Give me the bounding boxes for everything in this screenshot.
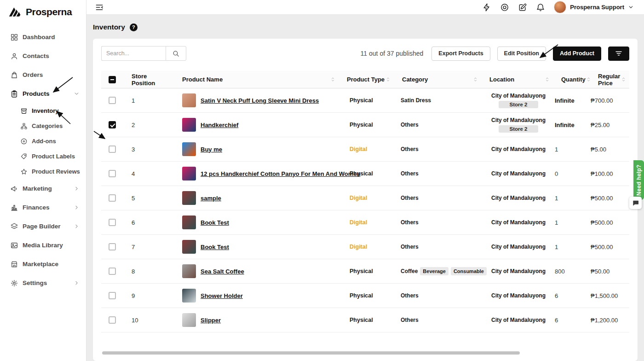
row-location: City of Mandaluyong <box>491 219 546 226</box>
edit-position-button[interactable]: Edit Position <box>497 47 546 61</box>
row-product-type: Digital <box>339 219 394 226</box>
page-head: Inventory ? <box>93 15 638 39</box>
sidebar-item-finances[interactable]: Finances <box>0 198 86 217</box>
sidebar-item-marketing[interactable]: Marketing <box>0 179 86 198</box>
product-thumbnail <box>182 289 196 303</box>
row-checkbox[interactable] <box>109 170 116 177</box>
filter-button[interactable] <box>608 47 629 61</box>
flash-icon[interactable] <box>482 3 491 12</box>
product-name-link[interactable]: Book Test <box>201 244 229 250</box>
horizontal-scrollbar[interactable] <box>102 351 520 355</box>
row-store-position: 1 <box>123 97 174 104</box>
settings-icon <box>10 279 18 287</box>
sidebar-item-marketplace[interactable]: Marketplace <box>0 255 86 274</box>
category-value: Beverage <box>420 267 448 275</box>
product-name-link[interactable]: Shower Holder <box>201 292 243 299</box>
need-help-tab[interactable]: Need help? <box>633 160 644 200</box>
sidebar-item-label: Product Labels <box>32 153 80 160</box>
row-price: ₱100.00 <box>590 170 629 177</box>
product-name-link[interactable]: Buy me <box>201 146 222 153</box>
user-menu[interactable]: Prosperna Support <box>554 1 634 13</box>
sort-icon[interactable] <box>621 76 627 82</box>
product-name-link[interactable]: 12 pcs Handkerchief Cotton Panyo For Men… <box>201 170 360 177</box>
row-checkbox[interactable] <box>109 292 116 299</box>
category-value: Others <box>401 122 419 128</box>
sidebar-item-dashboard[interactable]: Dashboard <box>0 28 86 47</box>
row-quantity: Infinite <box>553 122 590 128</box>
sidebar-item-product-reviews[interactable]: Product Reviews <box>0 164 86 179</box>
chat-widget-button[interactable] <box>629 197 642 209</box>
sidebar: Prosperna DashboardContactsOrdersProduct… <box>0 0 86 361</box>
row-location: City of Mandaluyong <box>491 117 546 123</box>
sidebar-item-products[interactable]: Products <box>0 84 86 103</box>
pagebuilder-icon <box>10 222 18 231</box>
row-checkbox[interactable] <box>109 97 116 104</box>
row-category: Others <box>394 219 481 226</box>
sidebar-item-settings[interactable]: Settings <box>0 274 86 292</box>
row-price: ₱700.00 <box>590 97 629 104</box>
export-products-button[interactable]: Export Products <box>431 47 490 61</box>
bell-icon[interactable] <box>536 3 545 12</box>
product-name-link[interactable]: sample <box>201 195 221 202</box>
product-name-link[interactable]: Sea Salt Coffee <box>201 268 244 275</box>
row-store-position: 3 <box>123 146 174 153</box>
sidebar-item-label: Media Library <box>23 242 80 249</box>
sort-icon[interactable] <box>472 76 478 82</box>
sidebar-item-label: Inventory <box>32 107 80 114</box>
row-checkbox[interactable] <box>109 316 116 324</box>
row-price: ₱5.00 <box>590 146 629 153</box>
product-name-link[interactable]: Handkerchief <box>201 122 238 128</box>
category-value: Others <box>401 170 419 177</box>
brand-logo[interactable]: Prosperna <box>0 0 86 22</box>
table-row: 3 Buy me Digital Others City of Mandaluy… <box>101 137 629 162</box>
category-value: Others <box>401 219 419 226</box>
column-header-label: Store Position <box>132 73 171 87</box>
sort-icon[interactable] <box>330 76 336 82</box>
row-product-type: Digital <box>339 195 394 201</box>
sidebar-item-label: Marketing <box>23 185 69 192</box>
sort-icon[interactable] <box>544 76 550 82</box>
target-icon[interactable] <box>500 3 509 12</box>
sidebar-collapse-icon[interactable] <box>95 3 104 12</box>
help-icon[interactable]: ? <box>130 23 138 31</box>
sidebar-item-inventory[interactable]: Inventory <box>0 103 86 118</box>
sidebar-item-product-labels[interactable]: Product Labels <box>0 149 86 164</box>
select-all-checkbox[interactable] <box>109 76 116 83</box>
filter-icon <box>615 49 623 58</box>
sidebar-item-categories[interactable]: Categories <box>0 118 86 134</box>
sidebar-item-label: Add-ons <box>32 138 80 145</box>
contacts-icon <box>10 52 18 60</box>
product-name-link[interactable]: Satin V Neck Puff Long Sleeve Mini Dress <box>201 97 319 104</box>
row-checkbox[interactable] <box>109 243 116 250</box>
row-price: ₱50.00 <box>590 268 629 275</box>
sidebar-item-contacts[interactable]: Contacts <box>0 47 86 65</box>
chat-bubble-icon <box>632 199 639 207</box>
add-product-button[interactable]: Add Product <box>553 47 601 61</box>
sidebar-item-media-library[interactable]: Media Library <box>0 236 86 255</box>
sidebar-item-label: Contacts <box>23 52 80 59</box>
table-row: 6 Book Test Digital Others City of Manda… <box>101 210 629 235</box>
search-button[interactable] <box>166 46 186 61</box>
compose-icon[interactable] <box>518 3 527 12</box>
row-checkbox[interactable] <box>109 121 116 128</box>
row-checkbox[interactable] <box>109 194 116 202</box>
row-checkbox[interactable] <box>109 146 116 153</box>
row-checkbox[interactable] <box>109 268 116 275</box>
sort-icon[interactable] <box>385 76 391 82</box>
row-category: Satin Dress <box>394 97 481 104</box>
row-checkbox[interactable] <box>109 219 116 226</box>
brand-name: Prosperna <box>26 6 72 17</box>
product-name-link[interactable]: Slipper <box>201 317 221 324</box>
sidebar-item-orders[interactable]: Orders <box>0 65 86 84</box>
topbar: Prosperna Support <box>86 0 644 15</box>
product-name-link[interactable]: Book Test <box>201 219 229 226</box>
sidebar-item-add-ons[interactable]: Add-ons <box>0 134 86 149</box>
column-header: Quantity <box>553 71 590 88</box>
sidebar-item-page-builder[interactable]: Page Builder <box>0 217 86 236</box>
search-input[interactable] <box>101 46 166 61</box>
row-store-position: 5 <box>123 195 174 202</box>
table-row: 5 sample Digital Others City of Mandaluy… <box>101 186 629 210</box>
table-row: 7 Book Test Digital Others City of Manda… <box>101 235 629 259</box>
main-area: Prosperna Support Inventory ? <box>86 0 644 361</box>
row-quantity: 800 <box>553 268 590 275</box>
